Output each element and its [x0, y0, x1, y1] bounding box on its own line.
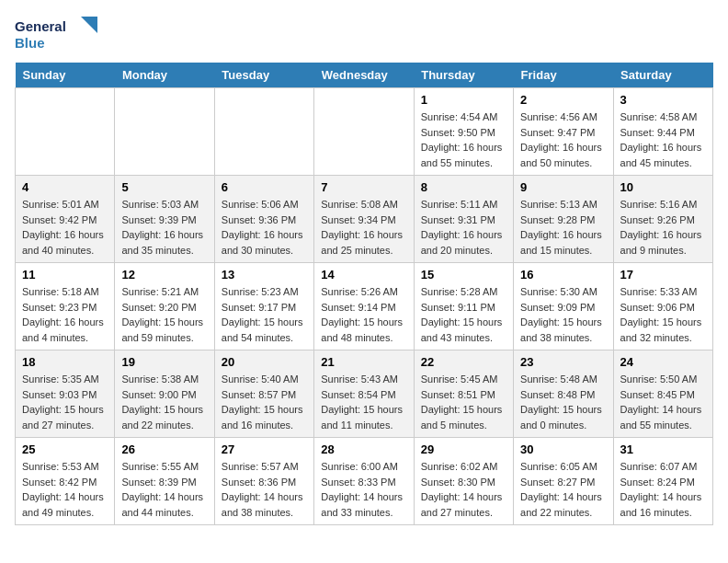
calendar-week-row: 4Sunrise: 5:01 AM Sunset: 9:42 PM Daylig…	[16, 176, 713, 263]
day-number: 12	[121, 268, 207, 282]
weekday-header: Tuesday	[214, 63, 313, 88]
calendar-day-cell	[115, 88, 214, 176]
calendar-day-cell: 15Sunrise: 5:28 AM Sunset: 9:11 PM Dayli…	[414, 263, 513, 350]
day-number: 30	[520, 442, 606, 456]
weekday-header: Saturday	[613, 63, 712, 88]
calendar-day-cell: 20Sunrise: 5:40 AM Sunset: 8:57 PM Dayli…	[214, 350, 313, 438]
day-number: 4	[22, 180, 108, 194]
day-info: Sunrise: 5:23 AM Sunset: 9:17 PM Dayligh…	[222, 284, 307, 345]
weekday-header: Wednesday	[314, 63, 414, 88]
day-number: 20	[222, 355, 307, 369]
calendar-day-cell: 10Sunrise: 5:16 AM Sunset: 9:26 PM Dayli…	[613, 176, 712, 263]
day-number: 31	[620, 442, 706, 456]
day-info: Sunrise: 5:45 AM Sunset: 8:51 PM Dayligh…	[421, 372, 506, 432]
calendar-day-cell: 17Sunrise: 5:33 AM Sunset: 9:06 PM Dayli…	[613, 263, 712, 350]
day-number: 18	[22, 355, 108, 369]
day-number: 8	[421, 180, 506, 194]
day-info: Sunrise: 5:43 AM Sunset: 8:54 PM Dayligh…	[321, 372, 406, 432]
calendar-day-cell: 18Sunrise: 5:35 AM Sunset: 9:03 PM Dayli…	[16, 350, 115, 438]
logo-svg: General Blue	[15, 15, 97, 53]
day-info: Sunrise: 5:26 AM Sunset: 9:14 PM Dayligh…	[321, 284, 406, 345]
day-number: 25	[22, 442, 108, 456]
day-number: 17	[620, 268, 706, 282]
calendar-day-cell: 31Sunrise: 6:07 AM Sunset: 8:24 PM Dayli…	[613, 438, 712, 525]
day-info: Sunrise: 5:35 AM Sunset: 9:03 PM Dayligh…	[22, 372, 108, 432]
calendar-day-cell: 26Sunrise: 5:55 AM Sunset: 8:39 PM Dayli…	[115, 438, 214, 525]
page-header: General Blue	[15, 15, 713, 53]
calendar-day-cell: 23Sunrise: 5:48 AM Sunset: 8:48 PM Dayli…	[514, 350, 613, 438]
day-info: Sunrise: 5:53 AM Sunset: 8:42 PM Dayligh…	[22, 459, 108, 520]
day-info: Sunrise: 5:48 AM Sunset: 8:48 PM Dayligh…	[520, 372, 606, 432]
calendar-day-cell: 5Sunrise: 5:03 AM Sunset: 9:39 PM Daylig…	[115, 176, 214, 263]
day-info: Sunrise: 5:33 AM Sunset: 9:06 PM Dayligh…	[620, 284, 706, 345]
day-info: Sunrise: 5:28 AM Sunset: 9:11 PM Dayligh…	[421, 284, 506, 345]
calendar-day-cell: 13Sunrise: 5:23 AM Sunset: 9:17 PM Dayli…	[214, 263, 313, 350]
day-number: 24	[620, 355, 706, 369]
day-info: Sunrise: 4:54 AM Sunset: 9:50 PM Dayligh…	[421, 109, 506, 170]
day-number: 1	[421, 93, 506, 107]
calendar-day-cell: 8Sunrise: 5:11 AM Sunset: 9:31 PM Daylig…	[414, 176, 513, 263]
day-number: 11	[22, 268, 108, 282]
calendar-day-cell: 29Sunrise: 6:02 AM Sunset: 8:30 PM Dayli…	[414, 438, 513, 525]
calendar-day-cell: 22Sunrise: 5:45 AM Sunset: 8:51 PM Dayli…	[414, 350, 513, 438]
svg-marker-2	[81, 17, 97, 33]
calendar-day-cell: 2Sunrise: 4:56 AM Sunset: 9:47 PM Daylig…	[514, 88, 613, 176]
logo: General Blue	[15, 15, 97, 53]
calendar-day-cell: 21Sunrise: 5:43 AM Sunset: 8:54 PM Dayli…	[314, 350, 414, 438]
day-info: Sunrise: 5:01 AM Sunset: 9:42 PM Dayligh…	[22, 197, 108, 258]
weekday-header: Friday	[514, 63, 613, 88]
weekday-header: Thursday	[414, 63, 513, 88]
day-info: Sunrise: 5:08 AM Sunset: 9:34 PM Dayligh…	[321, 197, 406, 258]
svg-text:General: General	[15, 18, 66, 34]
calendar-week-row: 25Sunrise: 5:53 AM Sunset: 8:42 PM Dayli…	[16, 438, 713, 525]
day-number: 22	[421, 355, 506, 369]
day-info: Sunrise: 5:30 AM Sunset: 9:09 PM Dayligh…	[520, 284, 606, 345]
calendar-day-cell: 1Sunrise: 4:54 AM Sunset: 9:50 PM Daylig…	[414, 88, 513, 176]
day-number: 29	[421, 442, 506, 456]
day-info: Sunrise: 6:02 AM Sunset: 8:30 PM Dayligh…	[421, 459, 506, 520]
day-number: 9	[520, 180, 606, 194]
day-number: 21	[321, 355, 406, 369]
calendar-day-cell: 25Sunrise: 5:53 AM Sunset: 8:42 PM Dayli…	[16, 438, 115, 525]
day-info: Sunrise: 5:57 AM Sunset: 8:36 PM Dayligh…	[222, 459, 307, 520]
day-number: 16	[520, 268, 606, 282]
day-info: Sunrise: 5:06 AM Sunset: 9:36 PM Dayligh…	[222, 197, 307, 258]
day-number: 19	[121, 355, 207, 369]
day-number: 13	[222, 268, 307, 282]
svg-text:Blue: Blue	[15, 35, 45, 51]
day-info: Sunrise: 5:13 AM Sunset: 9:28 PM Dayligh…	[520, 197, 606, 258]
calendar-day-cell: 7Sunrise: 5:08 AM Sunset: 9:34 PM Daylig…	[314, 176, 414, 263]
calendar-table: SundayMondayTuesdayWednesdayThursdayFrid…	[15, 63, 713, 525]
day-info: Sunrise: 6:05 AM Sunset: 8:27 PM Dayligh…	[520, 459, 606, 520]
calendar-week-row: 18Sunrise: 5:35 AM Sunset: 9:03 PM Dayli…	[16, 350, 713, 438]
day-info: Sunrise: 5:50 AM Sunset: 8:45 PM Dayligh…	[620, 372, 706, 432]
calendar-day-cell: 30Sunrise: 6:05 AM Sunset: 8:27 PM Dayli…	[514, 438, 613, 525]
calendar-header-row: SundayMondayTuesdayWednesdayThursdayFrid…	[16, 63, 713, 88]
day-info: Sunrise: 5:40 AM Sunset: 8:57 PM Dayligh…	[222, 372, 307, 432]
day-info: Sunrise: 6:07 AM Sunset: 8:24 PM Dayligh…	[620, 459, 706, 520]
calendar-week-row: 1Sunrise: 4:54 AM Sunset: 9:50 PM Daylig…	[16, 88, 713, 176]
calendar-day-cell: 24Sunrise: 5:50 AM Sunset: 8:45 PM Dayli…	[613, 350, 712, 438]
day-info: Sunrise: 5:21 AM Sunset: 9:20 PM Dayligh…	[121, 284, 207, 345]
calendar-day-cell: 6Sunrise: 5:06 AM Sunset: 9:36 PM Daylig…	[214, 176, 313, 263]
day-number: 15	[421, 268, 506, 282]
weekday-header: Sunday	[16, 63, 115, 88]
weekday-header: Monday	[115, 63, 214, 88]
day-number: 10	[620, 180, 706, 194]
day-info: Sunrise: 5:03 AM Sunset: 9:39 PM Dayligh…	[121, 197, 207, 258]
day-number: 27	[222, 442, 307, 456]
calendar-day-cell: 12Sunrise: 5:21 AM Sunset: 9:20 PM Dayli…	[115, 263, 214, 350]
day-number: 3	[620, 93, 706, 107]
calendar-day-cell: 19Sunrise: 5:38 AM Sunset: 9:00 PM Dayli…	[115, 350, 214, 438]
calendar-day-cell: 27Sunrise: 5:57 AM Sunset: 8:36 PM Dayli…	[214, 438, 313, 525]
day-info: Sunrise: 5:18 AM Sunset: 9:23 PM Dayligh…	[22, 284, 108, 345]
day-number: 14	[321, 268, 406, 282]
calendar-day-cell	[214, 88, 313, 176]
day-number: 6	[222, 180, 307, 194]
day-info: Sunrise: 5:38 AM Sunset: 9:00 PM Dayligh…	[121, 372, 207, 432]
day-number: 26	[121, 442, 207, 456]
day-info: Sunrise: 4:58 AM Sunset: 9:44 PM Dayligh…	[620, 109, 706, 170]
calendar-day-cell: 16Sunrise: 5:30 AM Sunset: 9:09 PM Dayli…	[514, 263, 613, 350]
day-info: Sunrise: 5:55 AM Sunset: 8:39 PM Dayligh…	[121, 459, 207, 520]
day-number: 28	[321, 442, 406, 456]
